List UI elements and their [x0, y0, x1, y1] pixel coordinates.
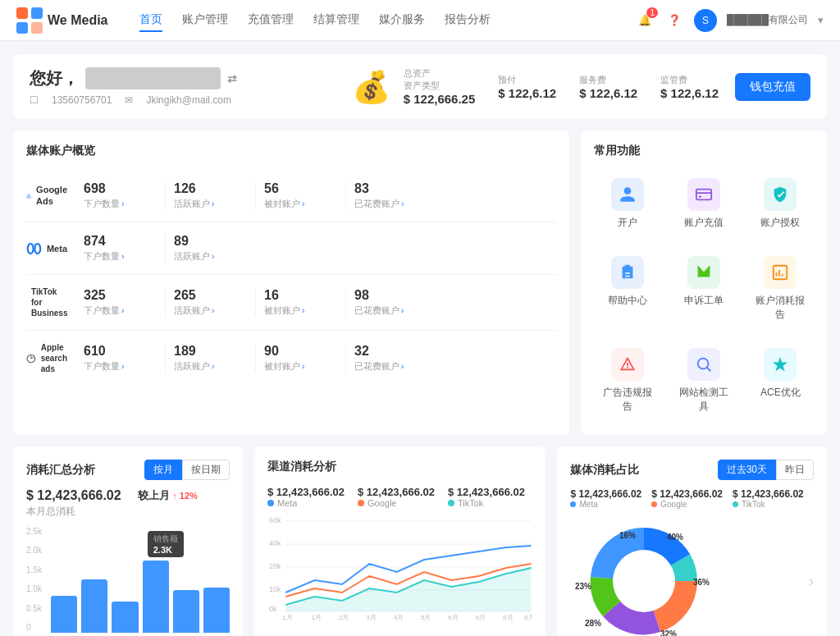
nav-home[interactable]: 首页 — [139, 9, 162, 32]
help-button[interactable]: ❓ — [664, 11, 684, 30]
google-dot — [358, 500, 364, 506]
apple-desc-1[interactable]: 下户数量 › — [84, 360, 157, 373]
notification-button[interactable]: 🔔 1 — [635, 11, 655, 30]
channel-chart-card: 渠道消耗分析 $ 12,423,666.02 Meta $ 12,423,666… — [254, 446, 546, 636]
google-stat-4: 83 已花费账户 › — [346, 181, 436, 210]
tiktok-desc-2[interactable]: 活跃账户 › — [174, 304, 247, 317]
donut-next-btn[interactable]: › — [809, 573, 814, 590]
google-num-3: 56 — [264, 181, 337, 196]
media-toggle-wrap: 过去30天 昨日 — [718, 460, 814, 480]
nav-media[interactable]: 媒介服务 — [379, 9, 425, 32]
y-axis: 2.5k 2.0k 1.5k 1.0k 0.5k 0 — [26, 527, 42, 632]
media-consumption-card: 媒体消耗占比 过去30天 昨日 $ 12,423,666.02 Meta $ 1… — [557, 446, 827, 636]
channel-meta-label: Meta — [267, 498, 345, 508]
google-ads-logo: GoogleAds — [26, 185, 67, 206]
phone-text: 13560756701 — [52, 94, 112, 106]
func-ace[interactable]: ACE优化 — [747, 340, 814, 422]
func-consumption-report[interactable]: 账户消耗报告 — [747, 248, 814, 330]
tiktok-name: TikTokfor Business — [31, 286, 67, 318]
func-site-detect[interactable]: 网站检测工具 — [670, 340, 737, 422]
func-appeal[interactable]: 申诉工单 — [670, 248, 737, 330]
meta-num-1: 874 — [84, 234, 157, 249]
toggle-date-btn[interactable]: 按日期 — [182, 460, 230, 480]
svg-text:3月: 3月 — [366, 614, 377, 621]
nav-recharge[interactable]: 充值管理 — [248, 9, 294, 32]
meta-desc-1[interactable]: 下户数量 › — [84, 250, 157, 263]
svg-text:1月: 1月 — [312, 614, 322, 621]
func-account-auth[interactable]: 账户授权 — [747, 170, 814, 238]
svg-point-7 — [28, 243, 34, 253]
tiktok-desc-3[interactable]: 被封账户 › — [264, 304, 337, 317]
violation-report-icon — [611, 348, 644, 381]
media-google-stat: $ 12,423,666.02 Google — [651, 488, 723, 509]
apple-num-1: 610 — [84, 344, 157, 359]
nav-account[interactable]: 账户管理 — [182, 9, 228, 32]
func-account-recharge[interactable]: 账户充值 — [670, 170, 737, 238]
tooltip-label: 销售额 — [153, 533, 178, 545]
toggle-yesterday-btn[interactable]: 昨日 — [776, 460, 814, 480]
apple-stat-3: 90 被封账户 › — [256, 344, 346, 373]
help-center-icon — [611, 256, 644, 289]
service-label: 服务费 — [579, 74, 637, 86]
bar-chart-wrap: 2.5k 2.0k 1.5k 1.0k 0.5k 0 销售额 2.3K — [26, 527, 230, 636]
bar-2 — [81, 579, 107, 633]
compare-label: 较上月 — [138, 489, 170, 501]
apple-desc-4[interactable]: 已花费账户 › — [354, 360, 428, 373]
channel-tiktok-label: TikTok — [448, 498, 525, 508]
nav-report[interactable]: 报告分析 — [445, 9, 491, 32]
media-google-value: $ 12,423,666.02 — [651, 488, 723, 500]
tiktok-num-4: 98 — [354, 288, 428, 303]
toggle-30days-btn[interactable]: 过去30天 — [718, 460, 776, 480]
google-desc-4[interactable]: 已花费账户 › — [354, 198, 428, 210]
notification-badge: 1 — [646, 7, 658, 18]
toggle-month-btn[interactable]: 按月 — [144, 460, 182, 480]
meta-stat-1: 874 下户数量 › — [75, 234, 166, 263]
edit-icon[interactable]: ⇄ — [227, 72, 237, 85]
consumption-chart-title: 消耗汇总分析 — [26, 463, 95, 478]
nav-settlement[interactable]: 结算管理 — [313, 9, 359, 32]
svg-point-8 — [34, 243, 40, 253]
apple-num-3: 90 — [264, 344, 337, 359]
google-desc-2[interactable]: 活跃账户 › — [174, 198, 247, 210]
company-name: ██████有限公司 — [727, 13, 808, 27]
tiktok-desc-1[interactable]: 下户数量 › — [84, 304, 157, 317]
total-value: $ 122,666.25 — [404, 92, 476, 106]
svg-text:6月: 6月 — [524, 614, 532, 621]
bar-tooltip: 销售额 2.3K — [148, 531, 184, 557]
svg-text:40k: 40k — [269, 539, 281, 547]
tiktok-desc-4[interactable]: 已花费账户 › — [354, 304, 428, 317]
logo: We Media — [16, 7, 115, 34]
func-violation-report[interactable]: 广告违规报告 — [594, 340, 660, 422]
apple-desc-2[interactable]: 活跃账户 › — [174, 360, 247, 373]
ace-icon — [764, 348, 797, 381]
apple-desc-3[interactable]: 被封账户 › — [264, 360, 337, 373]
dropdown-icon[interactable]: ▾ — [818, 14, 824, 26]
recharge-button[interactable]: 钱包充值 — [735, 73, 810, 101]
media-tiktok-stat: $ 12,423,666.02 TikTok — [733, 488, 804, 509]
tiktok-stat-2: 265 活跃账户 › — [166, 288, 256, 317]
tooltip-value: 2.3K — [153, 545, 178, 555]
google-stat-2: 126 活跃账户 › — [166, 181, 256, 210]
svg-text:2月: 2月 — [339, 614, 349, 621]
financial-stats: 总资产 资产类型 $ 122,666.25 预付 $ 122,6.12 服务费 … — [404, 67, 719, 106]
google-desc-1[interactable]: 下户数量 › — [84, 198, 157, 210]
phone-icon: ☐ — [30, 94, 39, 106]
label-16: 16% — [619, 531, 636, 540]
donut-chart-svg: 40% 36% 32% 28% 23% 16% — [570, 515, 718, 636]
channel-stats-row: $ 12,423,666.02 Meta $ 12,423,666.02 Goo… — [267, 486, 532, 508]
func-help-center[interactable]: 帮助中心 — [594, 248, 660, 330]
google-ads-row: GoogleAds 698 下户数量 › 126 活跃账户 › 56 被封账户 … — [26, 170, 556, 222]
consumption-chart-card: 消耗汇总分析 按月 按日期 $ 12,423,666.02 本月总消耗 较上月 … — [13, 446, 243, 636]
media-meta-dot — [570, 501, 576, 507]
account-auth-icon — [764, 178, 797, 211]
media-overview-panel: 媒体账户概览 GoogleAds 698 下户数量 › — [13, 130, 569, 435]
channel-google-label: Google — [358, 498, 435, 508]
svg-point-20 — [698, 359, 709, 369]
google-desc-3[interactable]: 被封账户 › — [264, 198, 337, 210]
meta-desc-2[interactable]: 活跃账户 › — [174, 250, 248, 263]
apple-stat-1: 610 下户数量 › — [75, 344, 166, 373]
func-open-account[interactable]: 开户 — [594, 170, 660, 238]
svg-text:6月: 6月 — [503, 614, 514, 621]
media-meta-value: $ 12,423,666.02 — [570, 488, 641, 500]
consumption-report-icon — [764, 256, 797, 289]
